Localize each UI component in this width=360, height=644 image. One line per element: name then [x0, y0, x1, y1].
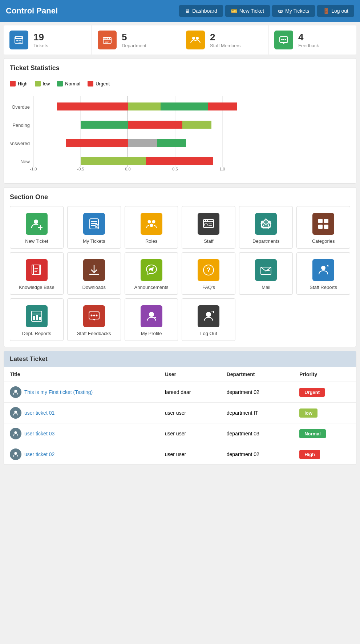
svg-point-9 [105, 38, 106, 39]
col-title: Title [4, 367, 159, 382]
roles-card-label: Roles [145, 238, 157, 244]
legend-normal-label: Normal [65, 81, 80, 86]
svg-text:-0.5: -0.5 [77, 167, 84, 171]
svg-rect-40 [128, 102, 161, 110]
dept-reports-card[interactable]: Dept. Reports [10, 298, 64, 341]
ticket-link[interactable]: user ticket 01 [24, 410, 54, 416]
svg-point-68 [150, 224, 153, 227]
table-row: user ticket 03 user user department 03 N… [4, 423, 356, 444]
department-label: Department [122, 43, 146, 48]
section-one-row1: New Ticket My Tickets [10, 206, 350, 249]
new-ticket-button[interactable]: 🎫 New Ticket [225, 5, 270, 17]
announcements-card[interactable]: Announcements [125, 252, 178, 295]
staff-icon [186, 31, 205, 49]
chart-svg: Overdue Pending Answered New -1.0 -0.5 0… [10, 92, 350, 174]
ticket-user-cell: user user [159, 444, 221, 465]
mail-card[interactable]: Mail [239, 252, 293, 295]
departments-card-label: Departments [252, 238, 279, 244]
svg-rect-39 [66, 102, 128, 110]
my-tickets-card-icon [83, 213, 105, 235]
col-department: Department [221, 367, 294, 382]
svg-rect-81 [318, 219, 323, 223]
categories-card-icon [312, 213, 334, 235]
new-ticket-card-label: New Ticket [25, 238, 48, 244]
staff-card[interactable]: Staff [182, 206, 235, 249]
legend-urgent: Urgent [88, 81, 110, 86]
section-one-title: Section One [10, 193, 350, 201]
downloads-card[interactable]: Downloads [67, 252, 121, 295]
my-tickets-card[interactable]: My Tickets [67, 206, 121, 249]
svg-text:0.5: 0.5 [172, 167, 178, 171]
stats-row: 19 Tickets 5 Department [4, 25, 356, 55]
roles-card-icon [141, 213, 162, 235]
logout-grid-card-label: Log Out [200, 331, 217, 336]
ticket-dept-cell: department 02 [221, 382, 294, 403]
latest-ticket-section: Latest Ticket Title User Department Prio… [4, 351, 356, 465]
dashboard-label: Dashboard [192, 8, 217, 14]
categories-card[interactable]: Categories [296, 206, 350, 249]
announcements-card-icon [141, 259, 162, 281]
tickets-icon [9, 31, 28, 49]
avatar [10, 448, 21, 460]
my-profile-card-label: My Profile [141, 331, 162, 336]
dashboard-button[interactable]: 🖥 Dashboard [179, 5, 223, 17]
svg-text:Answered: Answered [10, 141, 30, 146]
ticket-statistics-section: Ticket Statistics High low Normal Urgent [4, 58, 356, 184]
knowledge-base-card[interactable]: Knowledge Base [10, 252, 64, 295]
new-ticket-label: New Ticket [239, 8, 264, 14]
ticket-link[interactable]: This is my First ticket (Testing) [24, 389, 93, 395]
department-icon [98, 31, 117, 49]
svg-text:Pending: Pending [12, 122, 30, 128]
svg-point-2 [16, 40, 18, 41]
svg-rect-103 [36, 315, 38, 320]
svg-point-97 [321, 266, 325, 270]
my-profile-card[interactable]: My Profile [125, 298, 178, 341]
ticket-dept-cell: department 02 [221, 444, 294, 465]
chart-container: High low Normal Urgent Overdue Pending A… [10, 77, 350, 177]
knowledge-base-card-label: Knowledge Base [19, 285, 54, 290]
ticket-link[interactable]: user ticket 03 [24, 431, 54, 436]
feedback-label: Feedback [298, 43, 319, 48]
legend-normal-dot [57, 81, 63, 86]
svg-rect-47 [128, 121, 182, 129]
svg-point-73 [205, 223, 207, 226]
svg-point-106 [90, 315, 92, 317]
svg-point-113 [206, 312, 211, 317]
staff-feedbacks-card-label: Staff Feedbacks [77, 331, 111, 336]
ticket-priority-cell: low [294, 403, 356, 423]
section-one-row2: Knowledge Base Downloads Announcements [10, 252, 350, 295]
knowledge-base-card-icon [26, 259, 48, 281]
svg-point-72 [207, 220, 208, 221]
svg-text:Overdue: Overdue [12, 104, 30, 110]
new-ticket-card[interactable]: New Ticket [10, 206, 64, 249]
logout-grid-card[interactable]: Log Out [182, 298, 235, 341]
ticket-title-cell: user ticket 02 [4, 444, 159, 465]
my-tickets-button[interactable]: 🎟 My Tickets [272, 5, 315, 17]
svg-point-108 [96, 315, 97, 317]
ticket-table: Title User Department Priority This is m… [4, 367, 356, 464]
staff-feedbacks-card[interactable]: Staff Feedbacks [67, 298, 121, 341]
my-tickets-card-label: My Tickets [83, 238, 105, 244]
svg-point-118 [14, 431, 17, 434]
faqs-card-label: FAQ's [202, 285, 215, 290]
svg-text:-1.0: -1.0 [30, 167, 37, 171]
svg-point-116 [14, 390, 17, 393]
tickets-label: Tickets [33, 43, 48, 48]
legend-high: High [10, 81, 28, 86]
svg-rect-46 [81, 121, 128, 129]
logout-button[interactable]: 🚪 Log out [317, 5, 354, 17]
logout-label: Log out [331, 8, 348, 14]
faqs-card[interactable]: ? FAQ's [182, 252, 235, 295]
new-ticket-icon: 🎫 [231, 8, 237, 14]
svg-text:New: New [20, 159, 30, 164]
svg-rect-56 [146, 157, 213, 165]
stat-feedback: 4 Feedback [268, 25, 356, 55]
ticket-link[interactable]: user ticket 02 [24, 451, 54, 457]
svg-point-14 [192, 37, 195, 40]
departments-card[interactable]: Departments [239, 206, 293, 249]
staff-reports-card[interactable]: Staff Reports [296, 252, 350, 295]
svg-point-6 [21, 36, 23, 38]
roles-card[interactable]: Roles [125, 206, 178, 249]
svg-rect-82 [324, 219, 328, 223]
legend-urgent-dot [88, 81, 93, 86]
